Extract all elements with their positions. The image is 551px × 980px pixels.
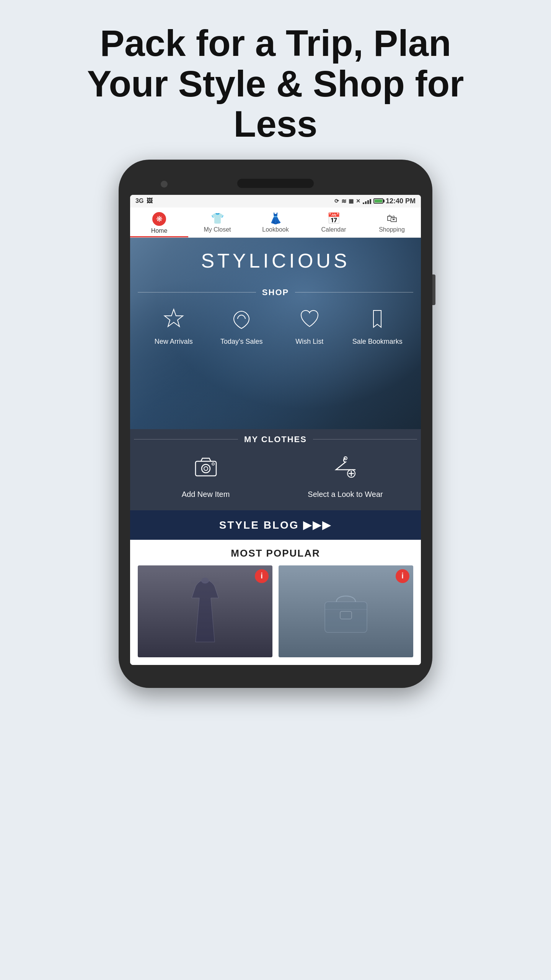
phone-shell: 3G 🖼 ⟳ ≋ ▦ ✕ 12:40 PM bbox=[119, 160, 432, 688]
select-look-button[interactable]: Select a Look to Wear bbox=[277, 454, 413, 499]
nav-tab-lookbook-label: Lookbook bbox=[262, 226, 289, 233]
close-icon: ✕ bbox=[356, 198, 360, 204]
home-icon: ❋ bbox=[152, 212, 166, 226]
style-blog-label: STYLE BLOG ▶▶▶ bbox=[219, 519, 332, 531]
new-arrivals-icon bbox=[162, 307, 185, 333]
signal-bar-2 bbox=[365, 201, 367, 204]
shop-section: SHOP New Arrivals bbox=[138, 280, 413, 356]
phone-top bbox=[130, 179, 421, 195]
nav-tab-home-label: Home bbox=[151, 227, 168, 234]
battery-icon bbox=[373, 198, 383, 204]
shopping-icon: 🛍 bbox=[386, 212, 397, 225]
lookbook-icon: 👗 bbox=[269, 212, 282, 225]
shop-grid: New Arrivals Today's Sales bbox=[138, 301, 413, 352]
sale-bookmarks-icon bbox=[366, 307, 389, 333]
shop-item-new-arrivals[interactable]: New Arrivals bbox=[142, 307, 206, 346]
nav-tab-lookbook[interactable]: 👗 Lookbook bbox=[246, 207, 305, 237]
divider-line-left bbox=[138, 292, 256, 292]
battery-fill bbox=[375, 199, 382, 203]
nav-tabs: ❋ Home 👕 My Closet 👗 Lookbook 📅 Calendar… bbox=[130, 207, 421, 238]
hero-section: STYLICIOUS SHOP New Arrivals bbox=[130, 238, 421, 429]
status-right: ⟳ ≋ ▦ ✕ 12:40 PM bbox=[334, 197, 416, 205]
bag-info-badge[interactable]: i bbox=[396, 569, 409, 583]
clothes-grid: Add New Item Select a Look to Wear bbox=[130, 450, 421, 503]
my-clothes-line-right bbox=[313, 439, 417, 439]
closet-icon: 👕 bbox=[211, 212, 224, 225]
time-display: 12:40 PM bbox=[386, 197, 416, 205]
status-left: 3G 🖼 bbox=[135, 198, 153, 204]
sale-bookmarks-label: Sale Bookmarks bbox=[352, 337, 403, 346]
calendar-icon: 📅 bbox=[327, 212, 341, 225]
phone-speaker bbox=[237, 179, 314, 188]
signal-bar-1 bbox=[363, 203, 364, 204]
nav-tab-calendar-label: Calendar bbox=[321, 226, 346, 233]
network-indicator: 3G bbox=[135, 198, 143, 204]
my-clothes-header: MY CLOTHES bbox=[130, 429, 421, 450]
select-look-label: Select a Look to Wear bbox=[308, 490, 383, 499]
photo-icon: 🖼 bbox=[147, 198, 153, 204]
nav-tab-my-closet[interactable]: 👕 My Closet bbox=[188, 207, 246, 237]
signal-bars bbox=[363, 198, 371, 204]
popular-item-bag[interactable]: i bbox=[279, 565, 413, 657]
wish-list-label: Wish List bbox=[295, 337, 323, 346]
hanger-plus-icon bbox=[332, 454, 359, 486]
nav-tab-home[interactable]: ❋ Home bbox=[130, 207, 188, 237]
svg-rect-9 bbox=[325, 602, 367, 632]
add-new-item-button[interactable]: Add New Item bbox=[138, 454, 274, 499]
svg-rect-0 bbox=[196, 461, 216, 476]
divider-line-right bbox=[295, 292, 413, 292]
nav-tab-shopping[interactable]: 🛍 Shopping bbox=[363, 207, 421, 237]
todays-sales-label: Today's Sales bbox=[220, 337, 263, 346]
storage-icon: ▦ bbox=[349, 198, 354, 204]
phone-side-button bbox=[432, 274, 435, 305]
popular-item-dress[interactable]: i bbox=[138, 565, 272, 657]
shop-item-todays-sales[interactable]: Today's Sales bbox=[210, 307, 274, 346]
svg-point-2 bbox=[204, 467, 208, 470]
nav-tab-shopping-label: Shopping bbox=[379, 226, 405, 233]
svg-point-1 bbox=[202, 464, 210, 473]
new-arrivals-label: New Arrivals bbox=[155, 337, 193, 346]
shop-item-sale-bookmarks[interactable]: Sale Bookmarks bbox=[346, 307, 410, 346]
wish-list-icon bbox=[298, 307, 321, 333]
dress-info-badge[interactable]: i bbox=[255, 569, 269, 583]
signal-bar-3 bbox=[367, 200, 369, 204]
phone-camera bbox=[161, 181, 168, 188]
rotate-icon: ⟳ bbox=[334, 198, 339, 204]
popular-grid: i i bbox=[138, 565, 413, 657]
wifi-icon: ≋ bbox=[341, 198, 346, 205]
todays-sales-icon bbox=[230, 307, 253, 333]
svg-point-3 bbox=[212, 463, 214, 465]
nav-tab-calendar[interactable]: 📅 Calendar bbox=[305, 207, 363, 237]
style-blog-banner[interactable]: STYLE BLOG ▶▶▶ bbox=[130, 510, 421, 540]
page-headline: Pack for a Trip, Plan Your Style & Shop … bbox=[46, 0, 505, 160]
my-clothes-line-left bbox=[134, 439, 238, 439]
most-popular-section: MOST POPULAR i bbox=[130, 540, 421, 665]
shop-divider: SHOP bbox=[138, 287, 413, 297]
shop-section-title: SHOP bbox=[256, 287, 295, 297]
phone-screen: 3G 🖼 ⟳ ≋ ▦ ✕ 12:40 PM bbox=[130, 195, 421, 665]
signal-bar-4 bbox=[370, 199, 371, 204]
shop-item-wish-list[interactable]: Wish List bbox=[277, 307, 342, 346]
camera-icon bbox=[192, 454, 219, 486]
add-new-item-label: Add New Item bbox=[182, 490, 230, 499]
my-clothes-section: MY CLOTHES Add New Item bbox=[130, 429, 421, 510]
most-popular-title: MOST POPULAR bbox=[138, 547, 413, 559]
app-name: STYLICIOUS bbox=[201, 249, 350, 272]
status-bar: 3G 🖼 ⟳ ≋ ▦ ✕ 12:40 PM bbox=[130, 195, 421, 207]
nav-tab-closet-label: My Closet bbox=[204, 226, 231, 233]
svg-point-8 bbox=[201, 578, 209, 584]
my-clothes-title: MY CLOTHES bbox=[238, 434, 313, 444]
